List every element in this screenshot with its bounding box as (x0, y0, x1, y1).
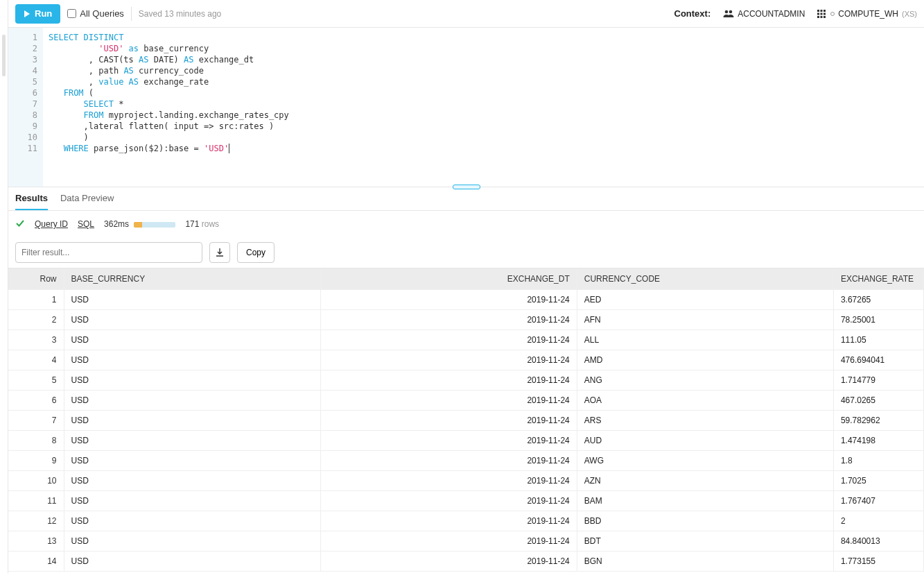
col-header-row[interactable]: Row (8, 268, 64, 289)
table-row[interactable]: 9USD2019-11-24AWG1.8 (8, 450, 924, 470)
cell-exchange-dt: 2019-11-24 (320, 551, 577, 571)
cell-exchange-rate: 1.8 (833, 450, 923, 470)
run-button[interactable]: Run (15, 4, 60, 24)
cell-exchange-rate: 467.0265 (833, 390, 923, 410)
warehouse-name: COMPUTE_WH (838, 9, 898, 19)
run-label: Run (35, 8, 52, 19)
col-header-exchange-rate[interactable]: EXCHANGE_RATE (833, 268, 923, 289)
timing-bar (134, 222, 175, 228)
svg-rect-7 (821, 12, 823, 15)
cell-row: 7 (8, 410, 64, 430)
results-grid[interactable]: Row BASE_CURRENCY EXCHANGE_DT CURRENCY_C… (8, 268, 924, 573)
cell-currency-code: BBD (577, 511, 833, 531)
table-row[interactable]: 10USD2019-11-24AZN1.7025 (8, 470, 924, 490)
table-row[interactable]: 7USD2019-11-24ARS59.782962 (8, 410, 924, 430)
table-row[interactable]: 12USD2019-11-24BBD2 (8, 511, 924, 531)
table-row[interactable]: 4USD2019-11-24AMD476.694041 (8, 350, 924, 370)
tab-results[interactable]: Results (15, 187, 48, 210)
cell-exchange-dt: 2019-11-24 (320, 531, 577, 551)
sidebar-handle[interactable] (2, 35, 6, 76)
context-warehouse[interactable]: COMPUTE_WH (XS) (816, 8, 917, 19)
cell-exchange-dt: 2019-11-24 (320, 410, 577, 430)
svg-marker-0 (24, 10, 30, 17)
cell-exchange-dt: 2019-11-24 (320, 330, 577, 350)
cell-currency-code: ARS (577, 410, 833, 430)
cell-currency-code: ANG (577, 370, 833, 390)
svg-rect-5 (823, 10, 826, 12)
sql-editor[interactable]: 1 2 3 4 5 6 7 8 9 10 11 SELECT DISTINCT … (8, 28, 924, 187)
all-queries-toggle[interactable]: All Queries (67, 8, 124, 19)
col-header-exchange-dt[interactable]: EXCHANGE_DT (320, 268, 577, 289)
cell-currency-code: AED (577, 289, 833, 309)
table-row[interactable]: 6USD2019-11-24AOA467.0265 (8, 390, 924, 410)
line-gutter: 1 2 3 4 5 6 7 8 9 10 11 (8, 28, 43, 187)
cell-base-currency: USD (64, 370, 320, 390)
all-queries-checkbox[interactable] (67, 9, 76, 18)
table-row[interactable]: 2USD2019-11-24AFN78.25001 (8, 309, 924, 330)
warehouse-status-dot (830, 12, 835, 16)
query-id-link[interactable]: Query ID (35, 219, 68, 229)
cell-row: 8 (8, 430, 64, 450)
code-area[interactable]: SELECT DISTINCT 'USD' as base_currency ,… (43, 28, 924, 187)
cell-base-currency: USD (64, 470, 320, 490)
cell-row: 2 (8, 309, 64, 330)
cell-exchange-rate: 476.694041 (833, 350, 923, 370)
context-role[interactable]: ACCOUNTADMIN (723, 8, 805, 19)
cell-row: 12 (8, 511, 64, 531)
svg-rect-9 (817, 16, 819, 18)
download-icon (215, 248, 225, 257)
table-row[interactable]: 11USD2019-11-24BAM1.767407 (8, 490, 924, 511)
table-row[interactable]: 14USD2019-11-24BGN1.773155 (8, 551, 924, 571)
saved-status: Saved 13 minutes ago (139, 9, 221, 19)
table-row[interactable]: 5USD2019-11-24ANG1.714779 (8, 370, 924, 390)
svg-rect-11 (823, 16, 826, 18)
cell-exchange-dt: 2019-11-24 (320, 490, 577, 511)
cell-base-currency: USD (64, 531, 320, 551)
cell-exchange-rate: 111.05 (833, 330, 923, 350)
cell-exchange-rate: 84.840013 (833, 531, 923, 551)
cell-exchange-rate: 1.714779 (833, 370, 923, 390)
results-controls: Copy (8, 237, 924, 268)
results-tabs: Results Data Preview (8, 187, 924, 211)
cell-base-currency: USD (64, 289, 320, 309)
copy-button[interactable]: Copy (237, 242, 274, 263)
cell-exchange-dt: 2019-11-24 (320, 470, 577, 490)
pane-resize-handle[interactable] (453, 185, 480, 189)
tab-data-preview[interactable]: Data Preview (60, 187, 114, 210)
cell-base-currency: USD (64, 551, 320, 571)
col-header-currency-code[interactable]: CURRENCY_CODE (577, 268, 833, 289)
table-row[interactable]: 1USD2019-11-24AED3.67265 (8, 289, 924, 309)
svg-rect-8 (823, 12, 826, 15)
role-name: ACCOUNTADMIN (738, 9, 805, 19)
warehouse-size: (XS) (902, 10, 917, 18)
cell-exchange-dt: 2019-11-24 (320, 370, 577, 390)
collapsed-sidebar[interactable] (0, 0, 8, 573)
role-icon (723, 8, 734, 19)
filter-input[interactable] (15, 242, 202, 263)
table-row[interactable]: 13USD2019-11-24BDT84.840013 (8, 531, 924, 551)
table-row[interactable]: 3USD2019-11-24ALL111.05 (8, 330, 924, 350)
cell-currency-code: ALL (577, 330, 833, 350)
cell-exchange-rate: 1.474198 (833, 430, 923, 450)
cell-exchange-rate: 2 (833, 511, 923, 531)
table-row[interactable]: 8USD2019-11-24AUD1.474198 (8, 430, 924, 450)
cell-base-currency: USD (64, 450, 320, 470)
download-button[interactable] (209, 242, 230, 263)
cell-base-currency: USD (64, 511, 320, 531)
cell-exchange-dt: 2019-11-24 (320, 450, 577, 470)
context-label: Context: (674, 8, 711, 19)
status-row: Query ID SQL 362ms 171 rows (8, 211, 924, 237)
cell-row: 4 (8, 350, 64, 370)
col-header-base-currency[interactable]: BASE_CURRENCY (64, 268, 320, 289)
sql-link[interactable]: SQL (78, 219, 94, 229)
cell-row: 13 (8, 531, 64, 551)
query-time: 362ms (104, 219, 175, 229)
cell-currency-code: AUD (577, 430, 833, 450)
cell-currency-code: BDT (577, 531, 833, 551)
cell-exchange-dt: 2019-11-24 (320, 309, 577, 330)
cell-row: 6 (8, 390, 64, 410)
svg-rect-4 (821, 10, 823, 12)
divider (131, 7, 132, 21)
toolbar: Run All Queries Saved 13 minutes ago Con… (8, 0, 924, 28)
svg-point-2 (729, 10, 733, 13)
